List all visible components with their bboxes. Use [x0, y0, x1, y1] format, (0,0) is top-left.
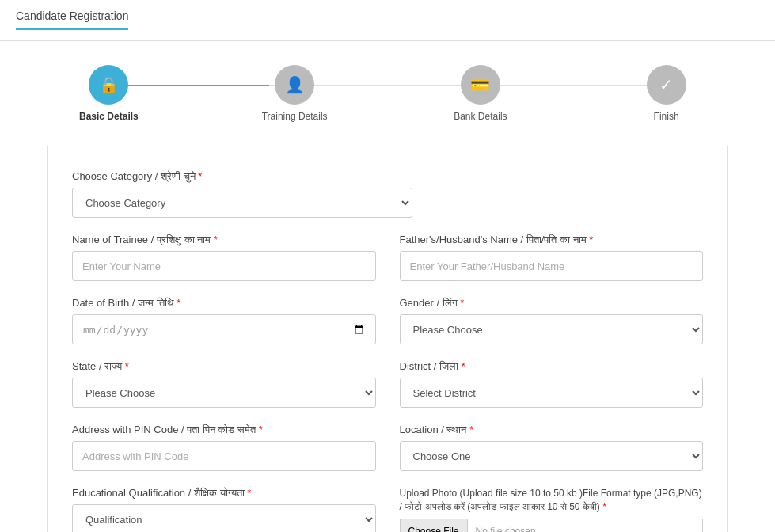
gender-required: * — [460, 297, 464, 309]
page-container: Candidate Registration 🔒 Basic Details 👤… — [0, 0, 775, 532]
step-label-finish: Finish — [654, 111, 679, 122]
location-label: Location / स्थान * — [400, 424, 704, 436]
father-name-group: Father's/Husband's Name / पिता/पति का ना… — [400, 234, 704, 281]
file-input-row: Choose File No file chosen — [400, 519, 704, 532]
address-input[interactable] — [72, 441, 376, 471]
step-label-bank: Bank Details — [454, 111, 507, 122]
step-circle-finish: ✓ — [647, 65, 686, 104]
state-select[interactable]: Please Choose — [72, 378, 376, 408]
state-group: State / राज्य * Please Choose — [72, 360, 376, 408]
file-name-display: No file chosen — [467, 519, 703, 532]
dob-gender-row: Date of Birth / जन्म तिथि * Gender / लिं… — [72, 297, 703, 344]
location-select[interactable]: Choose One — [400, 441, 704, 471]
stepper: 🔒 Basic Details 👤 Training Details 💳 Ban… — [0, 41, 775, 138]
qualification-upload-row: Educational Qualification / शैक्षिक योग्… — [72, 487, 703, 532]
state-district-row: State / राज्य * Please Choose District /… — [72, 360, 703, 408]
category-select[interactable]: Choose Category — [72, 188, 412, 218]
dob-group: Date of Birth / जन्म तिथि * — [72, 297, 376, 344]
qualification-group: Educational Qualification / शैक्षिक योग्… — [72, 487, 376, 532]
registration-form: Choose Category / श्रेणी चुने * Choose C… — [47, 146, 728, 532]
address-label: Address with PIN Code / पता पिन कोड समेत… — [72, 424, 376, 436]
district-select[interactable]: Select District — [400, 378, 704, 408]
step-basic-details: 🔒 Basic Details — [16, 65, 202, 122]
qualification-label: Educational Qualification / शैक्षिक योग्… — [72, 487, 376, 500]
district-required: * — [462, 360, 465, 372]
location-group: Location / स्थान * Choose One — [400, 424, 704, 471]
upload-group: Upload Photo (Upload file size 10 to 50 … — [400, 487, 704, 532]
father-name-input[interactable] — [400, 251, 704, 281]
father-name-label: Father's/Husband's Name / पिता/पति का ना… — [400, 234, 704, 246]
location-required: * — [469, 424, 473, 435]
step-circle-basic: 🔒 — [89, 65, 128, 104]
address-location-row: Address with PIN Code / पता पिन कोड समेत… — [72, 424, 703, 471]
step-training-details: 👤 Training Details — [202, 65, 388, 122]
category-group: Choose Category / श्रेणी चुने * Choose C… — [72, 170, 412, 218]
address-required: * — [259, 424, 263, 435]
name-row: Name of Trainee / प्रशिक्षु का नाम * Fat… — [72, 234, 703, 281]
step-bank-details: 💳 Bank Details — [388, 65, 574, 122]
state-label: State / राज्य * — [72, 360, 376, 373]
gender-label: Gender / लिंग * — [400, 297, 704, 310]
name-required: * — [214, 234, 218, 245]
category-row: Choose Category / श्रेणी चुने * Choose C… — [72, 170, 703, 218]
qualification-required: * — [247, 487, 251, 499]
choose-file-button[interactable]: Choose File — [400, 519, 467, 532]
trainee-name-input[interactable] — [72, 251, 376, 281]
upload-required: * — [602, 501, 606, 512]
upload-label: Upload Photo (Upload file size 10 to 50 … — [400, 487, 704, 514]
step-circle-bank: 💳 — [461, 65, 500, 104]
step-label-training: Training Details — [262, 111, 328, 122]
qualification-select[interactable]: Qualification — [72, 504, 376, 532]
dob-label: Date of Birth / जन्म तिथि * — [72, 297, 376, 310]
step-circle-training: 👤 — [275, 65, 314, 104]
step-finish: ✓ Finish — [573, 65, 759, 122]
district-label: District / जिला * — [400, 360, 704, 373]
category-label: Choose Category / श्रेणी चुने * — [72, 170, 412, 183]
dob-input[interactable] — [72, 314, 376, 344]
gender-select[interactable]: Please Choose — [400, 314, 704, 344]
address-group: Address with PIN Code / पता पिन कोड समेत… — [72, 424, 376, 471]
step-label-basic: Basic Details — [79, 111, 139, 122]
trainee-name-group: Name of Trainee / प्रशिक्षु का नाम * — [72, 234, 376, 281]
state-required: * — [125, 360, 129, 372]
trainee-name-label: Name of Trainee / प्रशिक्षु का नाम * — [72, 234, 376, 246]
gender-group: Gender / लिंग * Please Choose — [400, 297, 704, 344]
header-tab: Candidate Registration — [0, 0, 775, 41]
dob-required: * — [177, 297, 180, 309]
father-required: * — [589, 234, 593, 245]
category-required: * — [198, 170, 202, 182]
district-group: District / जिला * Select District — [400, 360, 704, 408]
page-title: Candidate Registration — [16, 10, 128, 30]
